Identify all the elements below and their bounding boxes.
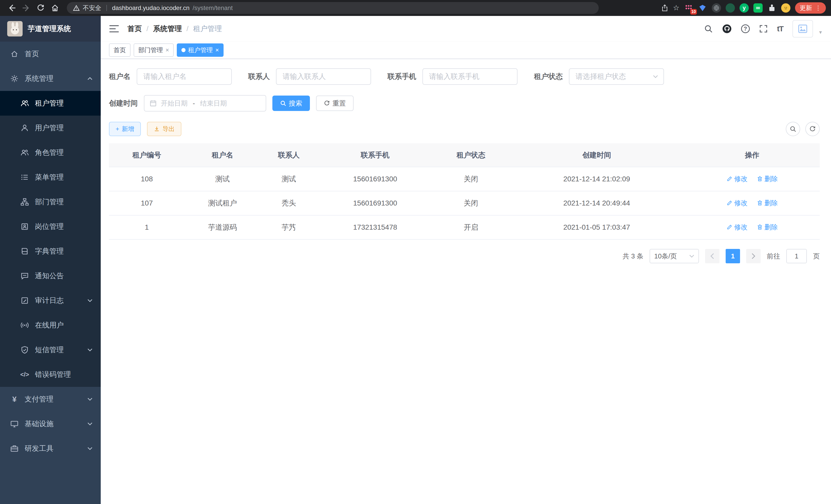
date-range-picker[interactable]: 开始日期 - 结束日期 bbox=[144, 95, 266, 112]
sidebar-logo[interactable]: 芋道管理系统 bbox=[0, 16, 101, 41]
sidebar-item-system[interactable]: 系统管理 bbox=[0, 66, 101, 91]
chevron-down-icon bbox=[87, 446, 92, 451]
sidebar-item-errcode[interactable]: </> 错误码管理 bbox=[0, 362, 101, 387]
home-nav-icon[interactable] bbox=[48, 1, 62, 14]
sidebar-item-online[interactable]: 在线用户 bbox=[0, 313, 101, 337]
reset-button[interactable]: 重置 bbox=[316, 95, 353, 111]
chevron-down-icon bbox=[689, 254, 694, 258]
github-icon[interactable] bbox=[722, 24, 732, 34]
close-icon[interactable]: × bbox=[166, 47, 169, 53]
extension-dots-icon[interactable]: 10 bbox=[684, 3, 693, 12]
sidebar-item-infra[interactable]: 基础设施 bbox=[0, 412, 101, 436]
next-page-button[interactable] bbox=[746, 249, 761, 263]
sidebar-item-tool[interactable]: 研发工具 bbox=[0, 436, 101, 461]
help-icon[interactable]: ? bbox=[741, 24, 750, 33]
tenant-table: 租户编号 租户名 联系人 联系手机 租户状态 创建时间 操作 108 测试 测试 bbox=[109, 143, 820, 240]
tab-tenant[interactable]: 租户管理 × bbox=[177, 43, 224, 57]
add-button[interactable]: + 新增 bbox=[109, 122, 141, 136]
extension-yuque-icon[interactable]: y bbox=[740, 3, 749, 12]
sidebar-item-user[interactable]: 用户管理 bbox=[0, 116, 101, 140]
goto-page-input[interactable] bbox=[786, 249, 807, 263]
sidebar-collapse-icon[interactable] bbox=[109, 24, 119, 33]
font-size-icon[interactable]: tT bbox=[777, 24, 783, 33]
url-path: /system/tenant bbox=[193, 4, 233, 11]
breadcrumb-separator: / bbox=[187, 25, 189, 33]
pencil-icon bbox=[726, 224, 733, 230]
sidebar-item-role[interactable]: 角色管理 bbox=[0, 140, 101, 165]
prev-page-button[interactable] bbox=[705, 249, 719, 263]
sidebar-item-sms[interactable]: 短信管理 bbox=[0, 337, 101, 362]
toggle-search-button[interactable] bbox=[786, 122, 800, 136]
fullscreen-icon[interactable] bbox=[759, 24, 768, 33]
app-title: 芋道管理系统 bbox=[28, 24, 71, 34]
bookmark-star-icon[interactable]: ☆ bbox=[673, 4, 679, 11]
phone-input[interactable] bbox=[423, 68, 517, 85]
back-icon[interactable] bbox=[5, 1, 19, 14]
search-button[interactable]: 搜索 bbox=[273, 95, 310, 111]
tab-dept[interactable]: 部门管理 × bbox=[134, 43, 174, 57]
menu-list-icon bbox=[21, 173, 29, 181]
chrome-update-button[interactable]: 更新 ⋮ bbox=[795, 2, 826, 13]
sidebar-item-audit[interactable]: 审计日志 bbox=[0, 288, 101, 313]
contact-input[interactable] bbox=[276, 68, 371, 85]
edit-link[interactable]: 修改 bbox=[726, 223, 747, 232]
col-created: 创建时间 bbox=[509, 143, 685, 167]
create-time-label: 创建时间 bbox=[109, 98, 138, 108]
chevron-down-icon bbox=[87, 348, 92, 352]
status-select[interactable]: 请选择租户状态 bbox=[569, 68, 664, 85]
delete-link[interactable]: 删除 bbox=[757, 174, 778, 183]
breadcrumb-system[interactable]: 系统管理 bbox=[153, 24, 182, 34]
extension-badge: 10 bbox=[690, 9, 697, 14]
delete-link[interactable]: 删除 bbox=[757, 223, 778, 232]
tab-home[interactable]: 首页 bbox=[109, 43, 131, 57]
page-number-button[interactable]: 1 bbox=[726, 249, 740, 263]
col-status: 租户状态 bbox=[433, 143, 509, 167]
share-icon[interactable] bbox=[661, 4, 668, 12]
sidebar-item-menu[interactable]: 菜单管理 bbox=[0, 165, 101, 189]
status-label: 租户状态 bbox=[534, 72, 563, 82]
col-contact: 联系人 bbox=[260, 143, 317, 167]
puzzle-extensions-icon[interactable] bbox=[767, 3, 776, 12]
breadcrumb-home[interactable]: 首页 bbox=[127, 24, 142, 34]
reload-icon[interactable] bbox=[34, 1, 47, 14]
sidebar-item-notice[interactable]: 通知公告 bbox=[0, 264, 101, 288]
sidebar-item-pay[interactable]: ¥ 支付管理 bbox=[0, 387, 101, 412]
phone-label: 联系手机 bbox=[388, 72, 416, 82]
date-end-placeholder: 结束日期 bbox=[200, 99, 227, 108]
search-icon bbox=[280, 100, 286, 106]
close-icon[interactable]: × bbox=[215, 47, 219, 53]
breadcrumb-current: 租户管理 bbox=[193, 24, 222, 34]
sidebar-item-post[interactable]: 岗位管理 bbox=[0, 214, 101, 239]
sidebar-item-dept[interactable]: 部门管理 bbox=[0, 189, 101, 214]
extension-globe-icon[interactable] bbox=[712, 3, 721, 12]
sidebar-item-tenant[interactable]: 租户管理 bbox=[0, 91, 101, 116]
trash-icon bbox=[757, 176, 763, 182]
edit-link[interactable]: 修改 bbox=[726, 199, 747, 208]
yen-icon: ¥ bbox=[10, 395, 19, 403]
sidebar-item-home[interactable]: 首页 bbox=[0, 41, 101, 66]
user-avatar[interactable] bbox=[793, 20, 813, 37]
trash-icon bbox=[757, 224, 763, 230]
delete-link[interactable]: 删除 bbox=[757, 199, 778, 208]
chrome-menu-icon: ⋮ bbox=[815, 5, 821, 11]
extension-darkgreen-icon[interactable] bbox=[726, 3, 735, 12]
page-size-select[interactable]: 10条/页 bbox=[650, 249, 699, 263]
search-icon[interactable] bbox=[704, 24, 713, 33]
gear-icon bbox=[10, 75, 19, 83]
chevron-down-icon bbox=[87, 298, 92, 303]
address-bar[interactable]: 不安全 dashboard.yudao.iocoder.cn/system/te… bbox=[67, 2, 599, 14]
forward-icon[interactable] bbox=[20, 1, 33, 14]
tenant-icon bbox=[21, 99, 29, 108]
sidebar-item-dict[interactable]: 字典管理 bbox=[0, 239, 101, 264]
avatar-caret-icon[interactable]: ▼ bbox=[818, 30, 823, 35]
url-domain: dashboard.yudao.iocoder.cn bbox=[112, 4, 190, 11]
tenant-name-input[interactable] bbox=[137, 68, 232, 85]
export-button[interactable]: 导出 bbox=[147, 122, 181, 136]
refresh-table-button[interactable] bbox=[805, 122, 820, 136]
profile-avatar-icon[interactable] bbox=[781, 3, 791, 12]
tags-view-bar: 首页 部门管理 × 租户管理 × bbox=[101, 41, 831, 59]
extension-blue-icon[interactable] bbox=[698, 3, 707, 12]
table-row: 108 测试 测试 15601691300 关闭 2021-12-14 21:0… bbox=[109, 167, 820, 191]
edit-link[interactable]: 修改 bbox=[726, 174, 747, 183]
extension-wechat-icon[interactable] bbox=[753, 3, 763, 12]
